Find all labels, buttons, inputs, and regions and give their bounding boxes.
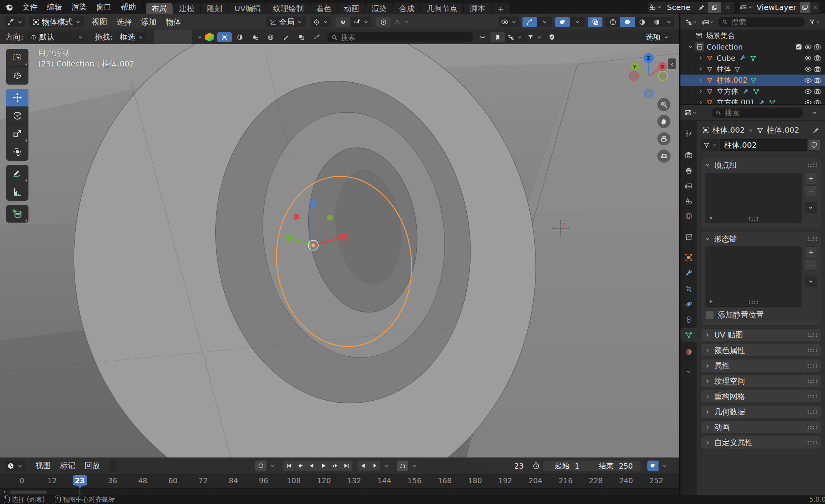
mesh-data-icon[interactable] xyxy=(749,76,758,85)
topbar-menu-item[interactable]: 窗口 xyxy=(91,2,116,12)
pan-button[interactable] xyxy=(657,115,670,128)
shape-keys-header[interactable]: 形态键 xyxy=(701,232,821,246)
scene-name[interactable]: Scene xyxy=(663,3,695,12)
expand-icon[interactable] xyxy=(696,53,705,63)
properties-section[interactable]: 颜色属性 xyxy=(700,344,821,357)
vertex-groups-list[interactable] xyxy=(705,173,802,223)
section-grip[interactable] xyxy=(807,333,817,337)
blender-logo-icon[interactable] xyxy=(4,2,14,12)
hide-eye-icon[interactable] xyxy=(803,53,813,63)
frame-end-field[interactable]: 结束250 xyxy=(591,461,640,471)
zoom-button[interactable] xyxy=(657,98,670,111)
render-camera-icon[interactable] xyxy=(813,65,822,74)
tool-measure[interactable] xyxy=(6,183,28,201)
jump-to-end-button[interactable] xyxy=(341,461,352,471)
workspace-tab[interactable]: 雕刻 xyxy=(201,3,228,14)
workspace-tab[interactable]: 几何节点 xyxy=(421,3,463,14)
bookmark-icon[interactable] xyxy=(491,32,505,42)
viewlayer-selector[interactable]: ViewLayer xyxy=(740,2,820,13)
show-overlays-toggle[interactable] xyxy=(555,17,570,27)
properties-section[interactable]: UV 贴图 xyxy=(700,328,821,341)
workspace-mode-cube-icon[interactable] xyxy=(205,33,214,42)
shield-check-icon[interactable] xyxy=(545,32,559,42)
workspace-tab[interactable]: UV编辑 xyxy=(229,3,266,14)
remove-vertex-group-button[interactable] xyxy=(805,185,817,197)
properties-options-dropdown[interactable] xyxy=(807,108,822,118)
outliner-display-mode-button[interactable] xyxy=(701,17,715,27)
shading-wireframe-button[interactable] xyxy=(605,17,620,27)
timeline-scrollbar[interactable] xyxy=(10,491,47,494)
gizmo-settings-dropdown[interactable] xyxy=(537,17,552,27)
add-shape-key-button[interactable] xyxy=(805,246,817,258)
outliner-object-row[interactable]: 立方体.001 xyxy=(680,97,825,105)
tool-transform[interactable] xyxy=(6,143,28,161)
show-gizmo-toggle[interactable] xyxy=(522,17,537,27)
hierarchy-dropdown[interactable] xyxy=(506,32,525,42)
orientation-dropdown[interactable]: 全局 xyxy=(266,17,306,27)
shading-material-button[interactable] xyxy=(635,17,649,27)
vertex-group-specials-button[interactable] xyxy=(805,202,817,213)
shading-dropdown[interactable] xyxy=(664,17,674,27)
viewport-menu-item[interactable]: 添加 xyxy=(136,17,161,27)
sidebar-collapse-arrow[interactable]: ‹ xyxy=(668,58,676,69)
tab-collection[interactable] xyxy=(680,230,697,244)
scene-selector[interactable]: Scene xyxy=(648,2,734,13)
tab-view-layer[interactable] xyxy=(680,179,697,193)
play-reverse-button[interactable] xyxy=(306,461,318,471)
pin-id-icon[interactable] xyxy=(812,126,820,134)
tab-particles[interactable] xyxy=(680,282,697,296)
timeline-overlay-toggle[interactable] xyxy=(647,461,659,471)
timeline-menu-item[interactable]: 回放 xyxy=(80,461,105,471)
keying-dropdown[interactable] xyxy=(408,461,420,471)
overlays-settings-dropdown[interactable] xyxy=(570,17,585,27)
mesh-data-icon[interactable] xyxy=(733,65,742,74)
list-expand-icon[interactable] xyxy=(708,215,714,221)
workspace-tab[interactable]: 布局 xyxy=(146,3,173,14)
mode-vertex-paint-icon[interactable] xyxy=(248,32,263,42)
section-grip[interactable] xyxy=(807,348,817,352)
proportional-edit-toggle[interactable] xyxy=(376,17,391,27)
new-viewlayer-icon[interactable] xyxy=(800,2,810,13)
falloff-dropdown[interactable] xyxy=(391,17,412,27)
render-camera-icon[interactable] xyxy=(813,76,822,85)
topbar-menu-item[interactable]: 文件 xyxy=(18,2,42,12)
render-camera-icon[interactable] xyxy=(813,42,822,52)
timeline-editor-type-button[interactable] xyxy=(5,461,25,471)
shape-keys-list[interactable] xyxy=(705,246,802,307)
section-grip[interactable] xyxy=(807,379,817,383)
play-button[interactable] xyxy=(318,461,329,471)
tab-physics[interactable] xyxy=(680,297,697,311)
falloff-arc-icon[interactable] xyxy=(476,32,490,42)
track-expand-icon[interactable] xyxy=(2,490,7,494)
mesh-data-icon[interactable] xyxy=(748,53,758,63)
direction-dropdown[interactable]: 默认 xyxy=(27,32,86,42)
collection-checkbox[interactable] xyxy=(794,42,803,52)
scene-collection-row[interactable]: 场景集合 xyxy=(680,30,825,41)
collapse-tool-region-icon[interactable] xyxy=(197,34,203,40)
outliner-object-row[interactable]: 柱体 xyxy=(680,63,825,75)
workspace-tab[interactable]: 动画 xyxy=(338,3,365,14)
workspace-tab[interactable]: 纹理绘制 xyxy=(267,3,309,14)
remove-shape-key-button[interactable] xyxy=(805,259,817,271)
hide-eye-icon[interactable] xyxy=(803,76,813,85)
tab-object-data[interactable] xyxy=(680,328,697,342)
workspace-tab[interactable]: 合成 xyxy=(393,3,420,14)
tool-cursor[interactable] xyxy=(6,67,28,85)
outliner-object-row[interactable]: 立方体 xyxy=(680,86,825,97)
shading-rendered-button[interactable] xyxy=(649,17,664,27)
topbar-menu-item[interactable]: 编辑 xyxy=(42,2,67,12)
sync-dropdown[interactable] xyxy=(266,461,278,471)
timeline-overlay-dropdown[interactable] xyxy=(659,461,670,471)
options-dropdown[interactable]: 选项 xyxy=(642,32,672,43)
render-camera-icon[interactable] xyxy=(813,98,822,105)
modifier-wrench-icon[interactable] xyxy=(757,98,766,105)
filter-dropdown[interactable] xyxy=(525,32,544,42)
viewport-menu-item[interactable]: 视图 xyxy=(87,17,112,27)
properties-section[interactable]: 自定义属性 xyxy=(700,436,821,449)
add-rest-position-checkbox[interactable] xyxy=(705,311,714,319)
tab-output[interactable] xyxy=(680,163,697,177)
pivot-dropdown[interactable] xyxy=(311,17,331,27)
expand-icon[interactable] xyxy=(696,98,705,105)
expand-icon[interactable] xyxy=(696,76,705,85)
outliner-editor-type-button[interactable] xyxy=(684,17,698,27)
